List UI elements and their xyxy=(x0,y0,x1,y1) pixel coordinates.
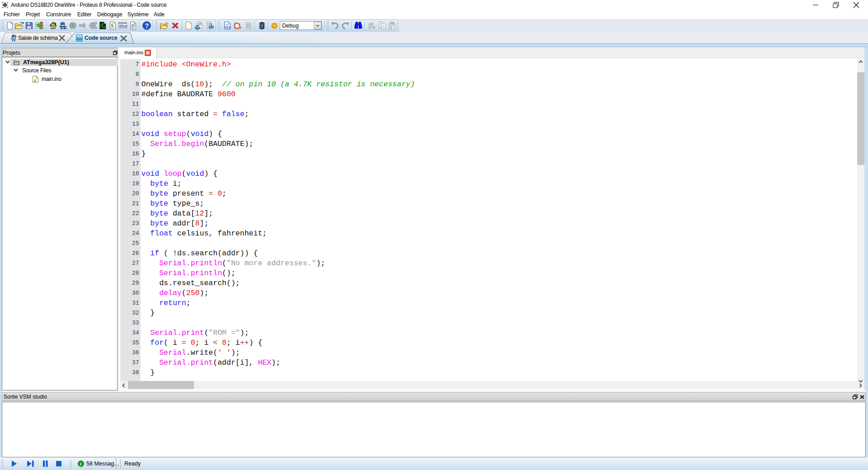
svg-text:?: ? xyxy=(145,22,149,29)
svg-text:0hm: 0hm xyxy=(119,24,127,28)
svg-text:$: $ xyxy=(111,23,113,29)
svg-text:010: 010 xyxy=(76,37,82,41)
svg-text:010: 010 xyxy=(225,25,231,29)
svg-text:i: i xyxy=(80,461,81,466)
svg-text:.c: .c xyxy=(33,78,37,83)
